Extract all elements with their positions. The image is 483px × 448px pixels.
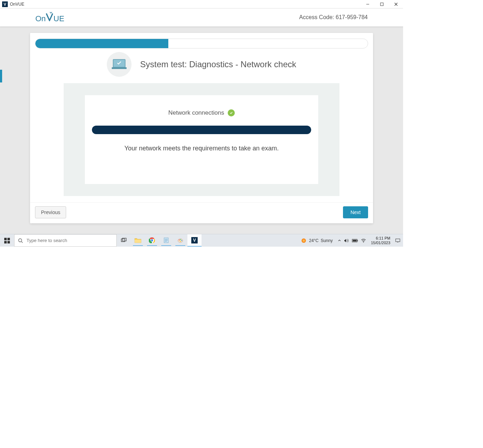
svg-point-23 <box>180 239 181 240</box>
svg-point-31 <box>363 242 364 242</box>
onvue-logo: On UE <box>35 11 64 23</box>
svg-rect-29 <box>357 240 358 241</box>
file-explorer-taskbar[interactable] <box>131 234 145 247</box>
logo-v <box>46 11 53 21</box>
notepad-icon <box>163 237 169 243</box>
next-button[interactable]: Next <box>343 206 368 218</box>
task-view-button[interactable] <box>117 234 131 247</box>
search-input[interactable] <box>27 238 113 243</box>
action-center-icon[interactable] <box>395 239 400 243</box>
svg-point-25 <box>180 241 181 242</box>
logo-v-icon <box>46 11 53 21</box>
close-icon <box>394 2 398 6</box>
svg-rect-30 <box>353 240 356 241</box>
logo-ue: UE <box>53 14 64 23</box>
clock-time: 6:11 PM <box>371 236 390 240</box>
search-icon <box>18 238 23 243</box>
main-panel: System test: Diagnostics - Network check… <box>30 33 373 223</box>
notepad-taskbar[interactable] <box>159 234 173 247</box>
close-button[interactable] <box>389 0 403 8</box>
svg-rect-32 <box>396 239 400 242</box>
clock-date: 15/01/2023 <box>371 241 390 245</box>
network-progress-bar <box>92 126 311 134</box>
system-tray: 24°C Sunny 6:11 PM 15/01/2023 <box>298 234 403 247</box>
checkmark-icon <box>228 109 235 116</box>
svg-rect-7 <box>7 238 10 240</box>
previous-button[interactable]: Previous <box>35 206 66 218</box>
svg-line-11 <box>22 241 23 243</box>
onvue-icon: V <box>191 237 198 243</box>
folder-icon <box>134 237 141 243</box>
svg-point-27 <box>302 239 306 243</box>
progress-outer <box>30 33 373 48</box>
svg-rect-8 <box>4 241 7 243</box>
sun-icon <box>301 237 307 244</box>
weather-temp: 24°C <box>309 238 319 243</box>
access-code: Access Code: 617-959-784 <box>299 14 368 21</box>
page-title: System test: Diagnostics - Network check <box>140 59 296 69</box>
svg-rect-5 <box>112 67 127 69</box>
app-icon: V <box>2 1 8 7</box>
paint-icon <box>177 237 184 243</box>
logo-on: On <box>35 14 46 23</box>
weather-cond: Sunny <box>321 238 333 243</box>
network-label-row: Network connections <box>88 109 315 116</box>
svg-point-10 <box>19 239 22 242</box>
minimize-button[interactable] <box>361 0 375 8</box>
svg-rect-12 <box>121 239 125 242</box>
maximize-icon <box>380 2 384 6</box>
progress-track <box>35 39 368 48</box>
content-wash: Network connections Your network meets t… <box>64 83 339 196</box>
taskview-icon <box>121 238 127 243</box>
network-label: Network connections <box>168 109 224 116</box>
title-row: System test: Diagnostics - Network check <box>30 48 373 83</box>
side-accent <box>0 70 2 82</box>
svg-point-24 <box>181 240 182 241</box>
svg-rect-1 <box>380 3 383 6</box>
window-controls <box>361 0 403 8</box>
chrome-taskbar[interactable] <box>145 234 159 247</box>
start-button[interactable] <box>0 234 14 247</box>
laptop-check-icon <box>107 52 132 77</box>
wifi-icon[interactable] <box>361 239 366 243</box>
minimize-icon <box>366 2 369 6</box>
svg-rect-9 <box>7 241 10 243</box>
svg-point-16 <box>151 239 153 241</box>
onvue-taskbar[interactable]: V <box>187 234 202 247</box>
content-card: Network connections Your network meets t… <box>85 95 318 184</box>
windows-icon <box>4 238 10 243</box>
svg-rect-14 <box>135 240 141 243</box>
titlebar: V OnVUE <box>0 0 403 8</box>
taskbar-search[interactable] <box>14 234 117 247</box>
network-message: Your network meets the requirements to t… <box>88 145 315 152</box>
paint-taskbar[interactable] <box>173 234 187 247</box>
svg-rect-13 <box>122 238 126 241</box>
app-header: On UE Access Code: 617-959-784 <box>0 8 403 27</box>
weather-widget[interactable]: 24°C Sunny <box>301 237 333 244</box>
footer-row: Previous Next <box>30 202 373 223</box>
battery-icon[interactable] <box>352 239 358 242</box>
taskbar-clock[interactable]: 6:11 PM 15/01/2023 <box>369 236 392 245</box>
volume-icon[interactable] <box>344 239 349 243</box>
titlebar-left: V OnVUE <box>0 1 24 7</box>
taskbar: V 24°C Sunny 6:11 PM 15/01/2023 <box>0 234 403 247</box>
app-body: System test: Diagnostics - Network check… <box>0 27 403 234</box>
svg-point-22 <box>179 239 180 240</box>
maximize-button[interactable] <box>375 0 389 8</box>
svg-rect-6 <box>4 238 7 240</box>
chrome-icon <box>149 237 155 243</box>
tray-chevron-icon[interactable] <box>338 239 341 242</box>
window-title: OnVUE <box>10 2 24 7</box>
progress-fill <box>35 39 168 48</box>
